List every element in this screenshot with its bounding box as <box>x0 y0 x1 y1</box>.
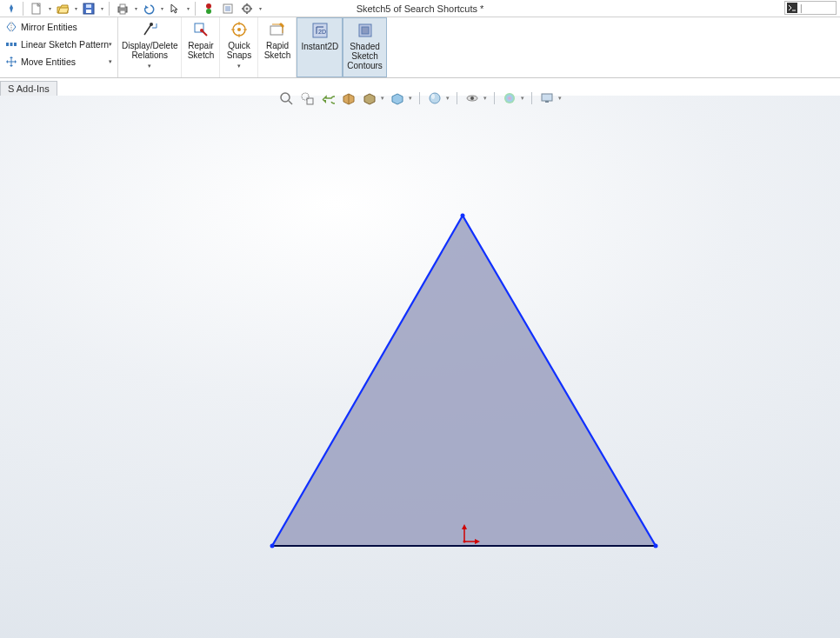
svg-marker-56 <box>462 524 467 529</box>
new-doc-icon[interactable] <box>27 1 46 17</box>
svg-point-30 <box>200 29 203 32</box>
svg-point-14 <box>246 7 249 10</box>
tool-label: Rapid Sketch <box>264 41 291 60</box>
tool-label: Display/Delete Relations <box>122 41 177 60</box>
tab-addins[interactable]: S Add-Ins <box>0 81 57 96</box>
svg-point-32 <box>237 28 241 31</box>
dropdown-icon[interactable]: ▾ <box>158 5 165 11</box>
repair-sketch-icon <box>191 20 210 39</box>
print-icon[interactable] <box>113 1 132 17</box>
console-icon <box>787 3 797 13</box>
dropdown-icon[interactable]: ▾ <box>46 5 53 11</box>
rapid-sketch-button[interactable]: Rapid Sketch <box>258 17 297 77</box>
move-entities-icon <box>5 56 17 68</box>
chevron-down-icon: ▾ <box>109 58 112 65</box>
open-doc-icon[interactable] <box>53 1 72 17</box>
svg-point-7 <box>206 3 211 9</box>
svg-rect-43 <box>362 27 369 34</box>
ribbon-left-group: Mirror Entities Linear Sketch Pattern ▾ … <box>0 17 118 77</box>
svg-rect-2 <box>86 10 91 13</box>
svg-point-8 <box>206 9 211 14</box>
ribbon: Mirror Entities Linear Sketch Pattern ▾ … <box>0 17 840 78</box>
sketch-canvas <box>0 96 840 638</box>
chevron-down-icon: ▾ <box>237 61 241 70</box>
svg-rect-23 <box>10 43 13 46</box>
svg-rect-24 <box>14 43 17 46</box>
menubar: ▾ ▾ ▾ ▾ ▾ ▾ ▾ Sketch5 of Search Shortcut… <box>0 0 840 17</box>
settings-gear-icon[interactable] <box>237 1 257 17</box>
svg-rect-3 <box>86 4 91 8</box>
sketch-vertex[interactable] <box>461 214 465 218</box>
move-entities-button[interactable]: Move Entities ▾ <box>3 54 114 70</box>
instant2d-icon: 2D <box>310 21 330 40</box>
select-arrow-icon[interactable] <box>165 1 184 17</box>
sketch-vertex[interactable] <box>654 544 658 548</box>
graphics-viewport[interactable]: ▾ ▾ ▾ ▾ ▾ ▾ <box>0 96 840 638</box>
repair-sketch-button[interactable]: Repair Sketch <box>182 17 220 77</box>
tool-label: Instant2D <box>301 42 338 51</box>
sketch-origin-icon <box>457 522 483 548</box>
pin-icon[interactable] <box>3 1 19 17</box>
quick-snaps-icon <box>230 20 249 39</box>
tool-label: Quick Snaps <box>227 41 251 60</box>
svg-point-28 <box>150 23 153 26</box>
command-search-box[interactable]: | <box>784 1 837 15</box>
rebuild-icon[interactable] <box>199 1 218 17</box>
mirror-entities-button[interactable]: Mirror Entities <box>3 19 114 35</box>
svg-rect-37 <box>270 26 283 35</box>
svg-line-27 <box>144 24 151 35</box>
dropdown-icon[interactable]: ▾ <box>132 5 139 11</box>
shaded-contours-icon <box>356 21 375 40</box>
dropdown-icon[interactable]: ▾ <box>98 5 105 11</box>
rapid-sketch-icon <box>268 20 287 39</box>
tool-label: Move Entities <box>21 56 76 67</box>
dropdown-icon[interactable]: ▾ <box>184 5 191 11</box>
svg-rect-6 <box>120 10 125 14</box>
dropdown-icon[interactable]: ▾ <box>72 5 79 11</box>
tab-label: S Add-Ins <box>8 83 50 94</box>
linear-pattern-icon <box>5 38 17 50</box>
options-list-icon[interactable] <box>218 1 237 17</box>
svg-rect-5 <box>120 4 125 8</box>
shaded-sketch-contours-button[interactable]: Shaded Sketch Contours <box>343 17 387 77</box>
svg-text:2D: 2D <box>318 29 326 35</box>
save-icon[interactable] <box>79 1 98 17</box>
svg-point-59 <box>463 541 466 543</box>
chevron-down-icon: ▾ <box>109 41 112 48</box>
undo-icon[interactable] <box>139 1 158 17</box>
sketch-triangle[interactable] <box>272 216 656 546</box>
separator <box>109 2 110 16</box>
separator <box>23 2 23 16</box>
tool-label: Linear Sketch Pattern <box>21 39 109 50</box>
svg-rect-19 <box>787 3 797 13</box>
sketch-vertex[interactable] <box>270 544 275 548</box>
mirror-icon <box>5 21 17 33</box>
instant2d-button[interactable]: 2D Instant2D <box>297 17 343 77</box>
relations-icon <box>140 20 159 39</box>
display-delete-relations-button[interactable]: Display/Delete Relations ▾ <box>118 17 182 77</box>
tool-label: Shaded Sketch Contours <box>347 42 383 70</box>
svg-marker-58 <box>475 539 480 544</box>
command-cursor: | <box>800 3 803 13</box>
chevron-down-icon: ▾ <box>148 61 151 70</box>
dropdown-icon[interactable]: ▾ <box>257 5 263 11</box>
quick-snaps-button[interactable]: Quick Snaps ▾ <box>220 17 258 77</box>
linear-pattern-button[interactable]: Linear Sketch Pattern ▾ <box>3 37 114 52</box>
tool-label: Mirror Entities <box>21 22 77 32</box>
separator <box>195 2 196 16</box>
svg-rect-22 <box>6 43 9 46</box>
tool-label: Repair Sketch <box>188 41 215 60</box>
